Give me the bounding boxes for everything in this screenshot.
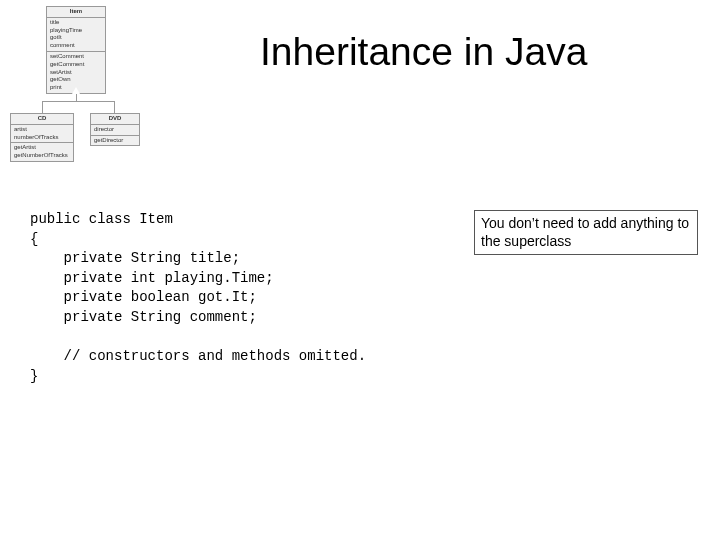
uml-class-title: Item [47,7,105,18]
connector-line [76,94,77,101]
uml-attr: artist [14,126,70,134]
uml-op: getDirector [94,137,136,145]
uml-class-item: Item title playingTime gotIt comment set… [46,6,106,94]
uml-class-title: CD [11,114,73,125]
inheritance-arrow-icon [72,87,80,94]
code-line: public class Item [30,211,173,227]
uml-attr: numberOfTracks [14,134,70,142]
code-line: private boolean got.It; [30,289,257,305]
connector-line [42,101,43,113]
code-line: { [30,231,38,247]
connector-line [114,101,115,113]
code-line: } [30,368,38,384]
uml-attr: director [94,126,136,134]
code-line: private String title; [30,250,240,266]
uml-attr: playingTime [50,27,102,35]
code-block: public class Item { private String title… [30,210,366,386]
code-line: private String comment; [30,309,257,325]
connector-line [42,101,114,102]
uml-op: setArtist [50,69,102,77]
uml-attr: gotIt [50,34,102,42]
uml-class-dvd: DVD director getDirector [90,113,140,146]
uml-attr: title [50,19,102,27]
uml-op: getComment [50,61,102,69]
uml-op: getNumberOfTracks [14,152,70,160]
slide-title: Inheritance in Java [260,30,587,74]
uml-op: getOwn [50,76,102,84]
code-line: private int playing.Time; [30,270,274,286]
code-line: // constructors and methods omitted. [30,348,366,364]
note-box: You don’t need to add anything to the su… [474,210,698,255]
uml-op: setComment [50,53,102,61]
uml-class-title: DVD [91,114,139,125]
uml-class-cd: CD artist numberOfTracks getArtist getNu… [10,113,74,162]
uml-op: getArtist [14,144,70,152]
uml-attr: comment [50,42,102,50]
